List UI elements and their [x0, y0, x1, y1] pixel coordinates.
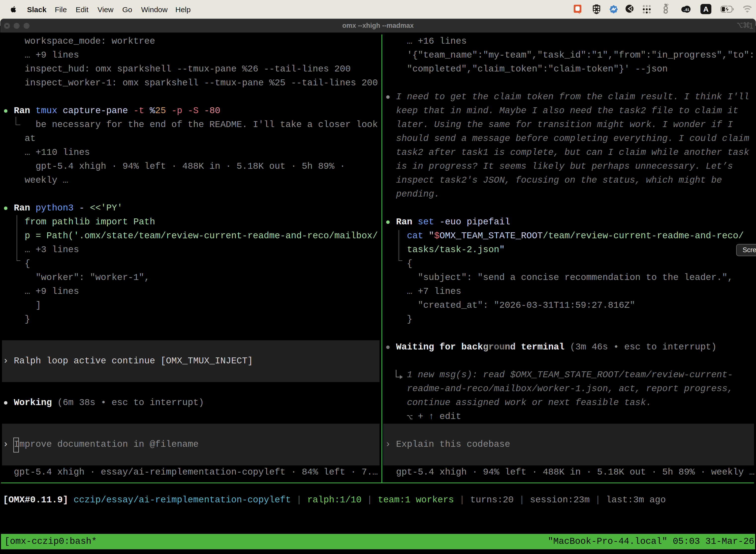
svg-text:..61: ..61 — [684, 8, 690, 12]
svg-text:A: A — [703, 5, 709, 13]
